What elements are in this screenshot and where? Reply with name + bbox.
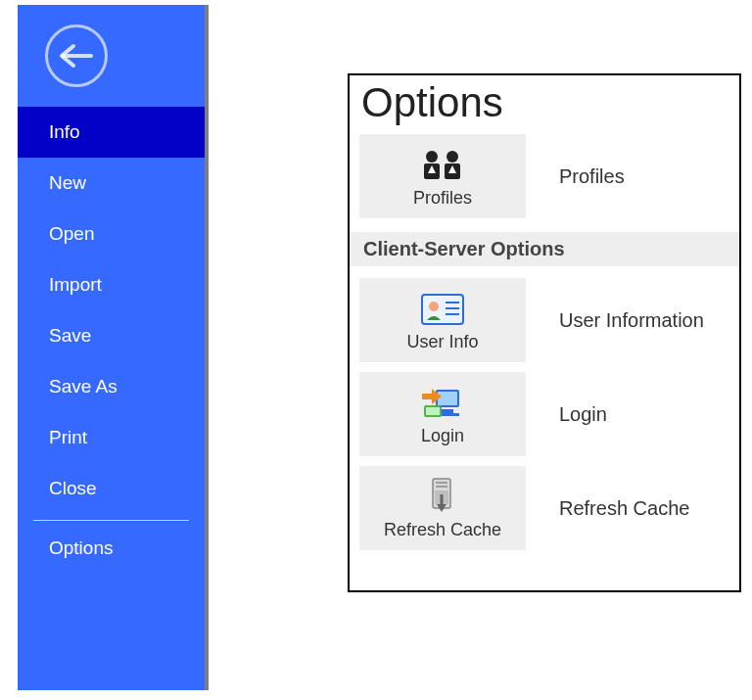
tile-login[interactable]: Login [359, 372, 526, 456]
svg-rect-13 [438, 392, 457, 405]
label-userinfo: User Information [559, 309, 704, 332]
backstage-menu: Info New Open Import Save Save As Print … [18, 107, 205, 574]
svg-rect-17 [426, 407, 440, 415]
svg-point-8 [429, 302, 439, 311]
user-info-icon [420, 289, 465, 330]
tile-userinfo-caption: User Info [406, 332, 478, 352]
section-header-client-server: Client-Server Options [350, 232, 739, 266]
svg-point-4 [446, 151, 458, 163]
refresh-cache-icon [423, 477, 462, 518]
menu-item-saveas[interactable]: Save As [18, 361, 205, 412]
tile-refreshcache[interactable]: Refresh Cache [359, 466, 526, 550]
menu-item-open[interactable]: Open [18, 209, 205, 259]
profiles-icon [417, 145, 468, 186]
tile-refreshcache-caption: Refresh Cache [384, 520, 501, 540]
login-icon [418, 383, 467, 424]
option-row-profiles: Profiles Profiles [350, 134, 739, 218]
option-row-userinfo: User Info User Information [350, 278, 739, 362]
back-button[interactable] [45, 24, 108, 87]
options-panel: Options Profiles Profiles [348, 73, 741, 592]
menu-separator [33, 520, 189, 521]
menu-item-options[interactable]: Options [18, 523, 205, 574]
menu-item-info[interactable]: Info [18, 107, 205, 158]
label-refreshcache: Refresh Cache [559, 497, 689, 520]
tile-profiles-caption: Profiles [413, 188, 472, 209]
svg-point-1 [426, 151, 438, 163]
menu-item-close[interactable]: Close [18, 463, 205, 514]
label-login: Login [559, 403, 607, 426]
label-profiles: Profiles [559, 165, 625, 188]
backstage-sidebar: Info New Open Import Save Save As Print … [18, 5, 209, 690]
menu-item-new[interactable]: New [18, 158, 205, 209]
option-row-login: Login Login [350, 372, 739, 456]
menu-item-print[interactable]: Print [18, 412, 205, 463]
menu-item-save[interactable]: Save [18, 310, 205, 361]
option-row-refreshcache: Refresh Cache Refresh Cache [350, 466, 739, 550]
tile-login-caption: Login [421, 426, 464, 446]
menu-item-import[interactable]: Import [18, 259, 205, 310]
tile-profiles[interactable]: Profiles [359, 134, 526, 218]
svg-rect-14 [442, 409, 453, 413]
tile-userinfo[interactable]: User Info [359, 278, 526, 362]
back-arrow-icon [60, 44, 93, 68]
panel-title: Options [361, 79, 739, 126]
